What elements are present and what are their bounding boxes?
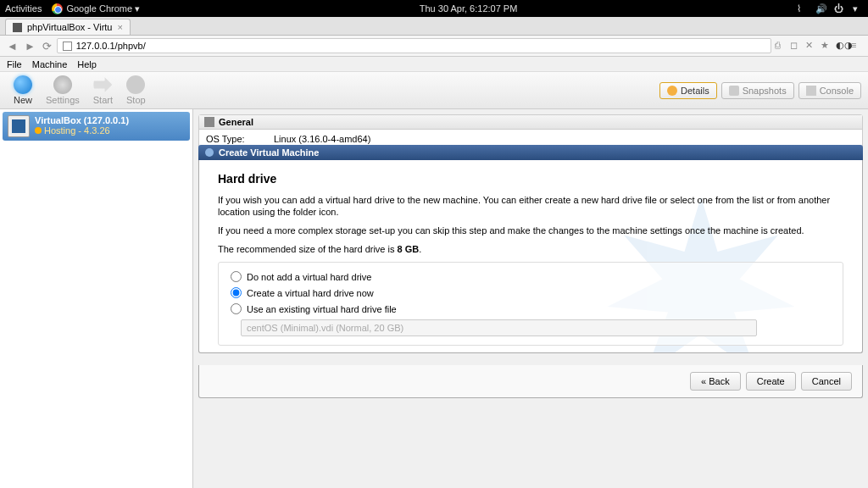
- dialog-paragraph-1: If you wish you can add a virtual hard d…: [218, 194, 843, 218]
- general-icon: [204, 117, 214, 127]
- radio-no-hdd[interactable]: [231, 271, 242, 282]
- hard-drive-options: Do not add a virtual hard drive Create a…: [218, 262, 843, 346]
- vm-sidebar: VirtualBox (127.0.0.1) Hosting - 4.3.26: [0, 109, 193, 488]
- console-icon: [806, 86, 816, 96]
- radio-existing-hdd[interactable]: [231, 303, 242, 314]
- mode-snapshots-button[interactable]: Snapshots: [721, 82, 794, 99]
- tab-title: phpVirtualBox - Virtu: [27, 22, 112, 32]
- gnome-top-bar: Activities Google Chrome ▾ Thu 30 Apr, 6…: [0, 0, 868, 17]
- os-type-label: OS Type:: [206, 133, 274, 145]
- snapshots-icon: [729, 86, 739, 96]
- workspace: VirtualBox (127.0.0.1) Hosting - 4.3.26 …: [0, 109, 868, 488]
- sidebar-item-virtualbox-host[interactable]: VirtualBox (127.0.0.1) Hosting - 4.3.26: [3, 112, 190, 141]
- option-no-hdd[interactable]: Do not add a virtual hard drive: [231, 271, 831, 282]
- status-dot-icon: [35, 127, 42, 134]
- app-menu[interactable]: Google Chrome ▾: [52, 3, 140, 14]
- existing-hdd-field: centOS (Minimal).vdi (Normal, 20 GB): [241, 319, 757, 336]
- power-icon: ⏻: [834, 3, 844, 14]
- option-existing-hdd[interactable]: Use an existing virtual hard drive file: [231, 303, 831, 314]
- menu-help[interactable]: Help: [77, 59, 97, 69]
- nav-back-icon[interactable]: ◄: [5, 40, 19, 53]
- create-vm-dialog: Create Virtual Machine Hard drive If you…: [198, 145, 863, 398]
- chrome-icon: [52, 3, 63, 14]
- dialog-icon: [205, 148, 214, 157]
- activities-button[interactable]: Activities: [5, 3, 42, 14]
- browser-address-bar: ◄ ► ⟳ 127.0.0.1/phpvb/ ⎙ ◻ ✕ ★ ◐◑ ≡: [0, 36, 868, 57]
- user-menu-icon: ▾: [853, 3, 863, 14]
- dialog-paragraph-3: The recommended size of the hard drive i…: [218, 243, 843, 255]
- toolbar-stop-button: Stop: [120, 74, 153, 107]
- bookmark-icon[interactable]: ★: [821, 40, 832, 52]
- tab-close-icon[interactable]: ×: [117, 22, 122, 32]
- system-tray[interactable]: ⌇ 🔊 ⏻ ▾: [797, 3, 863, 14]
- dialog-heading: Hard drive: [218, 172, 843, 186]
- url-input[interactable]: 127.0.0.1/phpvb/: [57, 38, 771, 53]
- browser-tab[interactable]: phpVirtualBox - Virtu ×: [5, 19, 131, 35]
- vm-host-name: VirtualBox (127.0.0.1): [35, 115, 129, 125]
- dialog-title: Create Virtual Machine: [219, 147, 319, 158]
- option-create-hdd[interactable]: Create a virtual hard drive now: [231, 287, 831, 298]
- details-icon: [667, 86, 677, 96]
- new-icon: [14, 75, 32, 94]
- tab-favicon: [13, 23, 22, 32]
- os-type-value: Linux (3.16.0-4-amd64): [274, 133, 370, 145]
- app-toolbar: New Settings Start Stop Details Snapshot…: [0, 72, 868, 109]
- toolbar-start-button: Start: [86, 74, 120, 107]
- wifi-icon: ⌇: [797, 3, 807, 14]
- url-text: 127.0.0.1/phpvb/: [76, 41, 146, 51]
- toolbar-new-button[interactable]: New: [7, 74, 39, 107]
- menu-machine[interactable]: Machine: [32, 59, 68, 69]
- dialog-titlebar: Create Virtual Machine: [198, 145, 863, 160]
- volume-icon: 🔊: [815, 3, 826, 14]
- detail-pane: General OS Type:Linux (3.16.0-4-amd64) V…: [193, 109, 868, 488]
- app-menu-label: Google Chrome ▾: [66, 3, 140, 14]
- mode-console-button[interactable]: Console: [798, 82, 861, 99]
- stop-icon: [126, 75, 145, 94]
- gear-icon: [53, 75, 72, 94]
- menu-file[interactable]: File: [7, 59, 22, 69]
- vm-host-status: Hosting - 4.3.26: [44, 125, 110, 136]
- clock: Thu 30 Apr, 6:12:07 PM: [140, 3, 797, 14]
- dialog-button-row: « Back Create Cancel: [198, 365, 863, 398]
- general-panel-title: General: [219, 117, 253, 127]
- radio-create-hdd[interactable]: [231, 287, 242, 298]
- window-icon[interactable]: ◻: [790, 40, 802, 52]
- nav-reload-icon[interactable]: ⟳: [41, 40, 53, 53]
- close-page-icon[interactable]: ✕: [805, 40, 817, 52]
- dialog-paragraph-2: If you need a more complex storage set-u…: [218, 225, 843, 236]
- create-button[interactable]: Create: [746, 372, 796, 391]
- vbox-icon: [8, 115, 30, 137]
- cancel-button[interactable]: Cancel: [801, 372, 852, 391]
- back-button[interactable]: « Back: [690, 372, 741, 391]
- mode-details-button[interactable]: Details: [659, 82, 717, 99]
- print-icon[interactable]: ⎙: [775, 40, 787, 52]
- page-icon: [63, 42, 72, 51]
- toolbar-settings-button: Settings: [39, 74, 86, 107]
- incognito-icon[interactable]: ◐◑: [836, 40, 848, 52]
- menu-icon[interactable]: ≡: [851, 40, 863, 52]
- nav-forward-icon[interactable]: ►: [23, 40, 37, 53]
- browser-tab-strip: phpVirtualBox - Virtu ×: [0, 17, 868, 36]
- app-menu-bar: File Machine Help: [0, 57, 868, 72]
- start-icon: [93, 75, 112, 94]
